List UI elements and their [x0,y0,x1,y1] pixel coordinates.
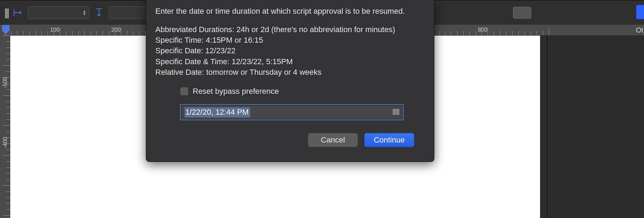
hint-abbreviated: Abbreviated Durations: 24h or 2d (there'… [155,25,425,35]
vertical-ruler[interactable]: -500-400 [0,35,10,218]
continue-button-label: Continue [374,135,405,145]
hint-specific-datetime: Specific Date & Time: 12/23/22, 5:15PM [155,57,425,67]
stepper-icon[interactable]: ▲▼ [82,10,87,16]
cancel-button[interactable]: Cancel [308,133,358,147]
ruler-origin-marker[interactable] [2,25,10,35]
dialog-lead-text: Enter the date or time duration at which… [155,6,425,16]
vruler-label: -400 [2,137,8,148]
hruler-label: 200 [111,27,121,33]
date-input[interactable]: 1/22/20, 12:44 PM [181,105,402,119]
hruler-label: 100 [50,27,60,33]
toolbar-handles-icon[interactable]: ||| [4,7,8,19]
cancel-button-label: Cancel [321,135,345,145]
reset-bypass-checkbox[interactable] [180,87,188,96]
tab-width-icon[interactable] [13,8,23,18]
canvas-gap [540,35,547,218]
panel-tab[interactable] [636,5,644,19]
app-root: ||| ▲▼ /* placeholder to keep single blo… [0,0,644,218]
calendar-icon[interactable] [393,107,399,117]
toolbar-swatch[interactable] [513,7,531,19]
date-input-value: 1/22/20, 12:44 PM [185,107,250,117]
properties-panel[interactable] [547,35,644,218]
field-x[interactable]: ▲▼ [28,6,89,19]
baseline-icon[interactable] [94,8,104,18]
svg-rect-0 [2,25,10,31]
date-input-focus-ring: 1/22/20, 12:44 PM [180,104,404,120]
hint-specific-date: Specific Date: 12/23/22 [155,46,425,56]
continue-button[interactable]: Continue [364,133,414,147]
hruler-label: 800 [478,27,488,33]
hint-relative-date: Relative Date: tomorrow or Thursday or 4… [155,67,425,77]
reset-bypass-label: Reset bypass preference [193,86,279,96]
script-approval-dialog: Enter the date or time duration at which… [146,0,434,162]
truncated-right-label: Ot [636,26,643,34]
hint-specific-time: Specific Time: 4:15PM or 16:15 [155,35,425,45]
vruler-label: -500 [2,77,8,88]
